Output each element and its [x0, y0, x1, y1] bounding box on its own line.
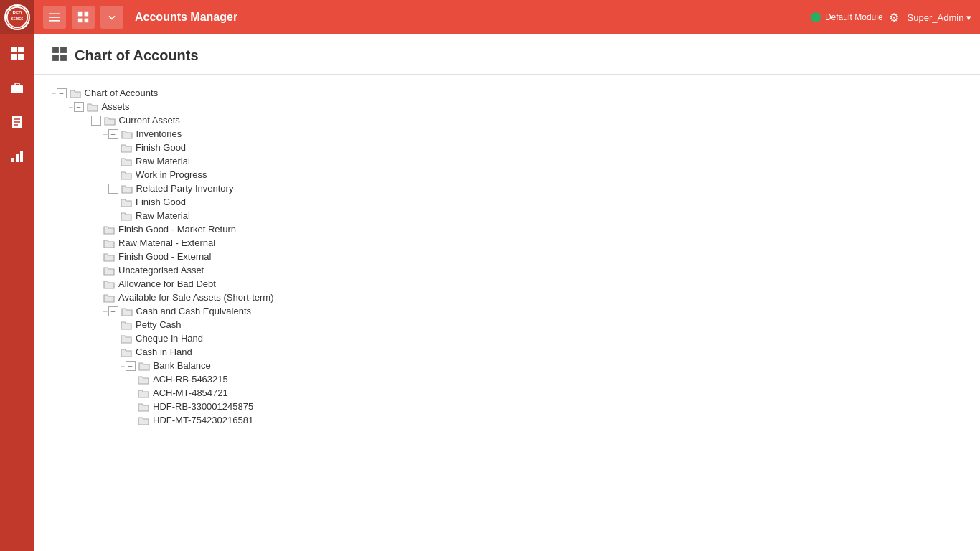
tree-row-cheque-in-hand[interactable]: Cheque in Hand	[121, 331, 963, 345]
svg-rect-6	[18, 54, 24, 60]
tree-row-fg-external[interactable]: Finish Good - External	[103, 250, 963, 263]
label-raw-material: Raw Material	[136, 156, 190, 166]
tree-row-raw-material[interactable]: Raw Material	[121, 154, 963, 168]
svg-rect-13	[16, 154, 19, 162]
toggle-bank[interactable]: –	[126, 361, 136, 371]
tree-row-rm-external[interactable]: Raw Material - External	[103, 236, 963, 250]
children-cash: Petty Cash Cheque in Hand	[121, 318, 963, 427]
svg-rect-25	[60, 55, 67, 61]
logo-area: RED SERIES	[0, 0, 34, 34]
tree-row-uncategorised[interactable]: Uncategorised Asset	[103, 263, 963, 277]
svg-rect-22	[52, 47, 59, 53]
sidebar-nav-dashboard[interactable]	[0, 37, 34, 69]
tree-row-finish-good[interactable]: Finish Good	[121, 141, 963, 154]
page-title: Chart of Accounts	[75, 47, 199, 64]
tree-row-work-in-progress[interactable]: Work in Progress	[121, 168, 963, 182]
tree-row-fg-market-return[interactable]: Finish Good - Market Return	[103, 222, 963, 236]
svg-rect-23	[60, 47, 67, 53]
svg-rect-18	[78, 12, 83, 17]
default-module-toggle[interactable]: Default Module	[811, 12, 883, 22]
folder-icon-assets	[87, 102, 98, 112]
label-rp-raw-material: Raw Material	[136, 210, 190, 221]
tree-node-bank-balance: – – Bank Balance	[121, 359, 963, 427]
sidebar-nav-document[interactable]	[0, 106, 34, 138]
user-dropdown[interactable]: Super_Admin ▾	[908, 12, 971, 23]
tree-row-bad-debt[interactable]: Allowance for Bad Debt	[103, 277, 963, 291]
menu-toggle-button[interactable]	[43, 6, 66, 29]
chevron-button[interactable]	[100, 6, 123, 29]
toggle-cash[interactable]: –	[108, 306, 118, 316]
tree-row-ach-mt[interactable]: ACH-MT-4854721	[138, 386, 963, 400]
svg-rect-17	[49, 20, 60, 22]
tree-row-bank-balance[interactable]: – – Bank Balance	[121, 359, 963, 372]
svg-rect-20	[78, 19, 83, 23]
tree-root: – – Chart of Accounts – – Assets	[52, 86, 963, 427]
tree-row-current-assets[interactable]: – – Current Assets	[86, 113, 963, 127]
children-inventories: Finish Good Raw Material	[121, 141, 963, 182]
label-current-assets: Current Assets	[119, 115, 180, 126]
tree-row-rp-raw-material[interactable]: Raw Material	[121, 209, 963, 222]
page-header-icon	[52, 46, 67, 65]
folder-icon-hdf-mt	[138, 415, 149, 425]
tree-row-related-party[interactable]: – – Related Party Inventory	[103, 182, 963, 195]
tree-row-hdf-rb[interactable]: HDF-RB-330001245875	[138, 400, 963, 413]
tree-row-ach-rb[interactable]: ACH-RB-5463215	[138, 372, 963, 386]
tree-row-cash[interactable]: – – Cash and Cash Equivalents	[103, 304, 963, 318]
toggle-root[interactable]: –	[57, 88, 67, 98]
folder-icon-rp-finish-good	[121, 197, 132, 207]
toggle-indicator	[811, 12, 821, 22]
children-assets: – – Current Assets –	[86, 113, 963, 427]
folder-icon-related-party	[121, 184, 133, 194]
tree-row-inventories[interactable]: – – Inventories	[103, 127, 963, 141]
tree-row-cash-in-hand[interactable]: Cash in Hand	[121, 345, 963, 359]
label-rp-finish-good: Finish Good	[136, 197, 186, 207]
folder-icon-ach-mt	[138, 388, 149, 398]
folder-icon-rm-external	[103, 238, 115, 248]
tree-row-available-sale[interactable]: Available for Sale Assets (Short-term)	[103, 291, 963, 304]
connector-related-party: –	[103, 184, 107, 192]
label-ach-rb: ACH-RB-5463215	[153, 374, 228, 385]
sidebar-nav-chart[interactable]	[0, 141, 34, 172]
children-current-assets: – – Inventories Fin	[103, 127, 963, 427]
tree-row-rp-finish-good[interactable]: Finish Good	[121, 195, 963, 209]
label-cheque-in-hand: Cheque in Hand	[136, 333, 203, 344]
sidebar-nav-briefcase[interactable]	[0, 72, 34, 103]
folder-icon-cheque-in-hand	[121, 334, 132, 344]
module-label: Default Module	[825, 12, 883, 22]
settings-icon[interactable]: ⚙	[889, 11, 899, 24]
toggle-inventories[interactable]: –	[108, 129, 118, 139]
svg-rect-12	[11, 158, 14, 162]
children-related-party: Finish Good Raw Material	[121, 195, 963, 222]
folder-icon-inventories	[121, 129, 133, 139]
children-bank-balance: ACH-RB-5463215 ACH-MT-4854721	[138, 372, 963, 427]
apps-button[interactable]	[72, 6, 95, 29]
label-available-sale: Available for Sale Assets (Short-term)	[118, 292, 274, 303]
svg-rect-24	[52, 55, 59, 61]
toggle-current-assets[interactable]: –	[91, 116, 101, 126]
label-cash: Cash and Cash Equivalents	[136, 306, 251, 316]
label-fg-external: Finish Good - External	[118, 251, 211, 262]
toggle-related-party[interactable]: –	[108, 184, 118, 194]
svg-rect-14	[20, 151, 23, 162]
svg-rect-5	[11, 54, 17, 60]
label-finish-good: Finish Good	[136, 142, 186, 153]
svg-text:SERIES: SERIES	[11, 17, 23, 21]
tree-row-assets[interactable]: – – Assets	[69, 100, 963, 113]
connector-assets: –	[69, 103, 72, 110]
label-inventories: Inventories	[136, 128, 182, 139]
tree-row-petty-cash[interactable]: Petty Cash	[121, 318, 963, 331]
label-related-party: Related Party Inventory	[136, 183, 234, 194]
folder-icon-hdf-rb	[138, 402, 149, 412]
label-cash-in-hand: Cash in Hand	[136, 347, 192, 357]
tree-node-inventories: – – Inventories Fin	[103, 127, 963, 182]
folder-icon-rp-raw-material	[121, 211, 132, 221]
svg-rect-16	[49, 17, 60, 18]
toggle-assets[interactable]: –	[74, 102, 84, 112]
tree-node-assets: – – Assets – –	[69, 100, 963, 427]
tree-row-hdf-mt[interactable]: HDF-MT-754230216581	[138, 413, 963, 427]
folder-icon-petty-cash	[121, 320, 132, 330]
folder-icon-cash-in-hand	[121, 347, 132, 357]
tree-row-root[interactable]: – – Chart of Accounts	[52, 86, 963, 100]
folder-icon-root	[70, 88, 81, 98]
folder-icon-bad-debt	[103, 279, 115, 289]
